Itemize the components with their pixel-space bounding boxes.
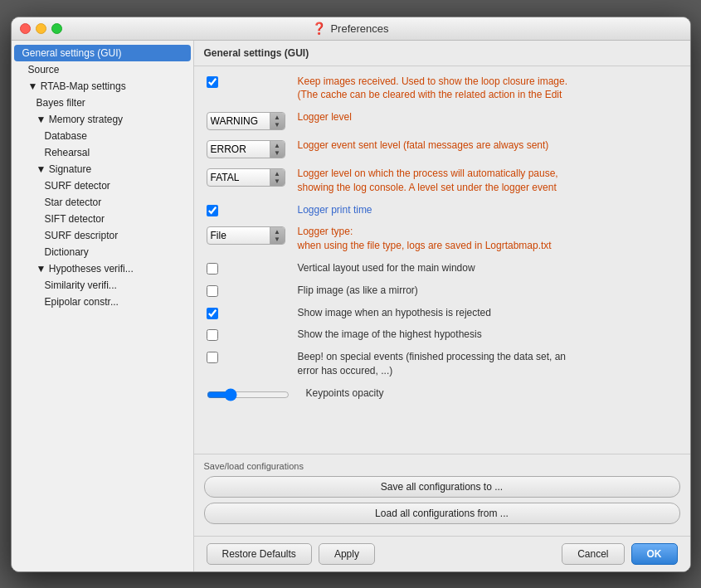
slider-wrap-keypoints-opacity [207,388,298,401]
setting-row-keypoints-opacity: Keypoints opacity [207,386,678,401]
setting-row-beep-special-events: Beep! on special events (finished proces… [207,350,678,378]
setting-control-show-highest-hypothesis [207,328,290,341]
load-all-button[interactable]: Load all configurations from ... [204,503,680,524]
sidebar-item-general-settings[interactable]: General settings (GUI) [14,45,191,61]
setting-desc-vertical-layout: Vertical layout used for the main window [298,261,678,275]
setting-row-keep-images: Keep images received. Used to show the l… [207,75,678,103]
setting-control-beep-special-events [207,350,290,363]
dropdown-wrap-logger-event-level: DEBUGINFOWARNINGERRORFATAL▲▼ [207,140,285,158]
setting-control-logger-event-level: DEBUGINFOWARNINGERRORFATAL▲▼ [207,138,290,158]
title-text: Preferences [330,22,388,35]
maximize-button[interactable] [51,23,62,34]
setting-desc-logger-event-level: Logger event sent level (fatal messages … [298,138,678,153]
setting-row-logger-event-level: DEBUGINFOWARNINGERRORFATAL▲▼Logger event… [207,138,678,158]
dropdown-logger-type[interactable]: ConsoleFile [207,230,270,241]
save-load-label: Save/load configurations [204,461,680,471]
content-header: General settings (GUI) [194,41,690,66]
sidebar-item-dictionary[interactable]: Dictionary [12,244,193,260]
main-layout: General settings (GUI)Source▼ RTAB-Map s… [12,41,690,571]
setting-desc-show-hypothesis-rejected: Show image when an hypothesis is rejecte… [298,306,678,320]
ok-button[interactable]: OK [631,543,678,565]
sidebar-item-bayes-filter[interactable]: Bayes filter [12,95,193,111]
setting-row-logger-print-time: Logger print time [207,203,678,217]
setting-desc-logger-level: Logger level [298,110,678,124]
setting-control-flip-image [207,284,290,297]
checkbox-beep-special-events[interactable] [207,352,218,363]
checkbox-show-highest-hypothesis[interactable] [207,329,218,341]
setting-row-show-highest-hypothesis: Show the image of the highest hypothesis [207,328,678,342]
setting-row-show-hypothesis-rejected: Show image when an hypothesis is rejecte… [207,306,678,320]
checkbox-logger-print-time[interactable] [207,205,218,216]
titlebar-buttons [20,23,62,34]
dropdown-arrow-logger-pause-level: ▲▼ [270,168,285,187]
dropdown-wrap-logger-level: DEBUGINFOWARNINGERRORFATAL▲▼ [207,112,285,130]
setting-row-flip-image: Flip image (as like a mirror) [207,284,678,298]
setting-desc-keypoints-opacity: Keypoints opacity [306,386,678,401]
sidebar-item-surf-descriptor[interactable]: SURF descriptor [12,227,193,244]
sidebar-item-similarity-verifi[interactable]: Similarity verifi... [12,277,193,294]
setting-desc-keep-images: Keep images received. Used to show the l… [298,75,678,103]
sidebar-item-signature[interactable]: ▼ Signature [12,161,193,177]
sidebar-item-source[interactable]: Source [12,61,193,78]
footer-buttons: Restore Defaults Apply Cancel OK [194,536,690,571]
setting-desc-logger-type: Logger type: when using the file type, l… [298,225,678,253]
dropdown-wrap-logger-pause-level: DEBUGINFOWARNINGERRORFATAL▲▼ [207,168,285,187]
sidebar: General settings (GUI)Source▼ RTAB-Map s… [12,41,194,571]
settings-scroll: Keep images received. Used to show the l… [194,66,690,454]
setting-row-vertical-layout: Vertical layout used for the main window [207,261,678,275]
dropdown-logger-event-level[interactable]: DEBUGINFOWARNINGERRORFATAL [207,143,270,155]
dropdown-arrow-logger-event-level: ▲▼ [270,140,285,158]
minimize-button[interactable] [36,23,46,34]
setting-control-show-hypothesis-rejected [207,306,290,319]
setting-control-vertical-layout [207,261,290,275]
sidebar-item-epipolar-constr[interactable]: Epipolar constr... [12,294,193,310]
save-all-button[interactable]: Save all configurations to ... [204,476,680,498]
sidebar-item-surf-detector[interactable]: SURF detector [12,177,193,194]
save-load-section: Save/load configurations Save all config… [194,454,690,536]
left-footer: Restore Defaults Apply [207,543,375,565]
checkbox-keep-images[interactable] [207,76,218,88]
setting-desc-beep-special-events: Beep! on special events (finished proces… [298,350,678,378]
content-area: General settings (GUI) Keep images recei… [194,41,690,571]
dropdown-arrow-logger-type: ▲▼ [270,226,285,245]
setting-control-keep-images [207,75,290,88]
titlebar: ❓ Preferences [12,17,690,41]
setting-desc-logger-print-time: Logger print time [298,203,678,217]
restore-defaults-button[interactable]: Restore Defaults [207,543,312,565]
sidebar-item-memory-strategy[interactable]: ▼ Memory strategy [12,111,193,128]
close-button[interactable] [20,23,31,34]
sidebar-item-hypotheses-verifi[interactable]: ▼ Hypotheses verifi... [12,260,193,277]
setting-control-logger-type: ConsoleFile▲▼ [207,225,290,245]
setting-row-logger-type: ConsoleFile▲▼Logger type: when using the… [207,225,678,253]
setting-control-logger-print-time [207,203,290,216]
setting-desc-flip-image: Flip image (as like a mirror) [298,284,678,298]
setting-control-logger-level: DEBUGINFOWARNINGERRORFATAL▲▼ [207,110,290,130]
setting-control-logger-pause-level: DEBUGINFOWARNINGERRORFATAL▲▼ [207,167,290,187]
preferences-window: ❓ Preferences General settings (GUI)Sour… [11,17,691,572]
sidebar-item-sift-detector[interactable]: SIFT detector [12,211,193,227]
dropdown-wrap-logger-type: ConsoleFile▲▼ [207,226,285,245]
window-title: ❓ Preferences [312,22,388,35]
title-icon: ❓ [312,22,326,35]
checkbox-flip-image[interactable] [207,285,218,297]
slider-keypoints-opacity[interactable] [207,388,290,401]
dropdown-arrow-logger-level: ▲▼ [270,112,285,130]
sidebar-item-star-detector[interactable]: Star detector [12,194,193,211]
setting-desc-logger-pause-level: Logger level on which the process will a… [298,167,678,195]
setting-row-logger-level: DEBUGINFOWARNINGERRORFATAL▲▼Logger level [207,110,678,130]
setting-control-keypoints-opacity [207,386,298,401]
setting-desc-show-highest-hypothesis: Show the image of the highest hypothesis [298,328,678,342]
sidebar-item-rtabmap-settings[interactable]: ▼ RTAB-Map settings [12,78,193,95]
checkbox-vertical-layout[interactable] [207,263,218,275]
sidebar-item-database[interactable]: Database [12,128,193,144]
cancel-button[interactable]: Cancel [562,543,624,565]
dropdown-logger-level[interactable]: DEBUGINFOWARNINGERRORFATAL [207,115,270,127]
dropdown-logger-pause-level[interactable]: DEBUGINFOWARNINGERRORFATAL [207,172,270,183]
setting-row-logger-pause-level: DEBUGINFOWARNINGERRORFATAL▲▼Logger level… [207,167,678,195]
checkbox-show-hypothesis-rejected[interactable] [207,308,218,319]
sidebar-item-rehearsal[interactable]: Rehearsal [12,144,193,161]
apply-button[interactable]: Apply [319,543,375,565]
